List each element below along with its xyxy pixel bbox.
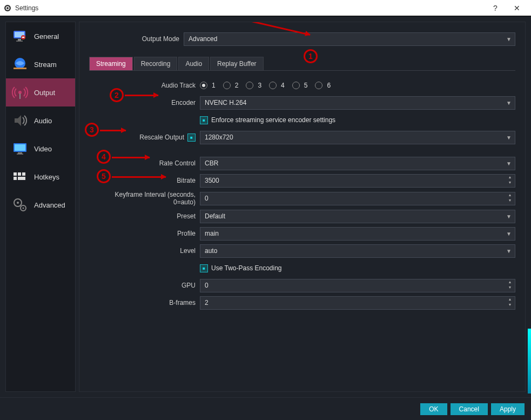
level-select[interactable]: auto▼	[200, 244, 515, 258]
bitrate-input[interactable]: 3500▲▼	[200, 174, 515, 188]
rescale-checkbox[interactable]	[187, 134, 196, 142]
gears-icon	[10, 195, 30, 215]
rate-control-select[interactable]: CBR▼	[200, 157, 515, 170]
audio-track-radios: 1 2 3 4 5 6	[200, 82, 515, 89]
antenna-icon	[10, 83, 30, 102]
svg-rect-14	[15, 144, 25, 151]
spin-up-icon[interactable]: ▲	[506, 193, 514, 199]
spin-down-icon[interactable]: ▼	[506, 181, 514, 186]
profile-select[interactable]: main▼	[200, 227, 515, 241]
audio-track-1-radio[interactable]	[200, 82, 207, 89]
sidebar-item-output[interactable]: Output	[6, 78, 75, 106]
tab-replay-buffer[interactable]: Replay Buffer	[210, 57, 264, 70]
right-edge-strip	[528, 329, 531, 394]
audio-track-2-radio[interactable]	[223, 82, 231, 89]
two-pass-checkbox[interactable]	[200, 264, 208, 272]
two-pass-label: Use Two-Pass Encoding	[211, 264, 282, 272]
gpu-input[interactable]: 0▲▼	[200, 279, 515, 292]
sidebar-item-general[interactable]: General	[6, 22, 75, 50]
sidebar-item-label: Output	[34, 89, 55, 97]
annotation-5-arrow	[112, 176, 166, 178]
apply-button[interactable]: Apply	[491, 403, 525, 415]
svg-point-2	[6, 7, 9, 9]
rescale-select[interactable]: 1280x720 ▼	[200, 131, 515, 144]
spin-down-icon[interactable]: ▼	[506, 303, 514, 309]
svg-point-23	[17, 202, 19, 204]
tab-audio[interactable]: Audio	[178, 57, 209, 70]
tab-streaming[interactable]: Streaming	[89, 57, 133, 70]
display-icon	[10, 139, 30, 158]
window-title: Settings	[15, 4, 485, 12]
sidebar-item-label: Hotkeys	[34, 173, 59, 181]
spin-down-icon[interactable]: ▼	[506, 198, 514, 204]
chevron-down-icon: ▼	[506, 214, 512, 219]
sidebar-item-stream[interactable]: Stream	[6, 50, 75, 78]
speaker-icon	[10, 111, 30, 130]
globe-icon	[10, 55, 30, 74]
chevron-down-icon: ▼	[506, 248, 512, 254]
audio-track-6-radio[interactable]	[315, 82, 322, 89]
cancel-button[interactable]: Cancel	[451, 403, 488, 415]
sidebar-item-label: Stream	[34, 61, 57, 69]
help-button[interactable]: ?	[485, 1, 506, 16]
svg-rect-6	[16, 41, 23, 42]
chevron-down-icon: ▼	[506, 231, 512, 237]
chevron-down-icon: ▼	[506, 135, 512, 141]
keyframe-input[interactable]: 0▲▼	[200, 192, 515, 205]
preset-label: Preset	[105, 212, 200, 220]
svg-point-25	[23, 208, 24, 209]
svg-rect-15	[18, 152, 22, 154]
close-button[interactable]: ✕	[506, 1, 528, 16]
rate-control-label: Rate Control	[105, 159, 200, 167]
audio-track-3-radio[interactable]	[246, 82, 253, 89]
svg-rect-18	[18, 172, 21, 176]
gpu-label: GPU	[105, 282, 200, 289]
sidebar-item-audio[interactable]: Audio	[6, 106, 75, 135]
bframes-label: B-frames	[105, 299, 200, 306]
audio-track-4-radio[interactable]	[269, 82, 277, 89]
sidebar-item-label: Advanced	[34, 201, 65, 209]
chevron-down-icon: ▼	[506, 100, 512, 106]
enforce-checkbox[interactable]	[200, 116, 208, 124]
svg-rect-20	[14, 177, 17, 180]
level-label: Level	[105, 247, 200, 255]
annotation-4-arrow	[112, 157, 150, 158]
ok-button[interactable]: OK	[420, 403, 447, 415]
sidebar-item-video[interactable]: Video	[6, 135, 75, 163]
svg-rect-17	[14, 172, 17, 176]
sidebar-item-advanced[interactable]: Advanced	[6, 191, 75, 219]
preset-select[interactable]: Default▼	[200, 210, 515, 223]
tab-recording[interactable]: Recording	[134, 57, 178, 70]
bframes-input[interactable]: 2▲▼	[200, 296, 515, 310]
sidebar: General Stream Output Audio Video Hotkey…	[5, 22, 76, 392]
monitor-icon	[10, 26, 30, 46]
profile-label: Profile	[105, 230, 200, 237]
chevron-down-icon: ▼	[506, 36, 512, 42]
svg-rect-21	[18, 177, 25, 180]
svg-rect-19	[22, 172, 25, 176]
svg-rect-10	[14, 68, 26, 69]
svg-rect-8	[22, 37, 24, 38]
svg-rect-5	[18, 39, 21, 41]
content-area: Output Mode Advanced ▼ Streaming Recordi…	[79, 22, 526, 392]
sidebar-item-hotkeys[interactable]: Hotkeys	[6, 163, 75, 191]
sidebar-item-label: Video	[34, 145, 52, 153]
spin-down-icon[interactable]: ▼	[506, 285, 514, 291]
rescale-label: Rescale Output	[139, 134, 184, 141]
sidebar-item-label: General	[34, 32, 59, 41]
titlebar: Settings ? ✕	[0, 0, 531, 16]
audio-track-label: Audio Track	[105, 82, 200, 89]
keyboard-icon	[10, 167, 30, 186]
output-mode-select[interactable]: Advanced ▼	[184, 32, 515, 46]
dialog-footer: OK Cancel Apply	[0, 397, 531, 420]
app-icon	[3, 4, 12, 12]
bitrate-label: Bitrate	[105, 177, 200, 184]
spin-up-icon[interactable]: ▲	[506, 280, 514, 286]
audio-track-5-radio[interactable]	[292, 82, 300, 89]
encoder-select[interactable]: NVENC H.264 ▼	[200, 96, 515, 110]
annotation-3-arrow	[100, 130, 126, 131]
spin-up-icon[interactable]: ▲	[506, 297, 514, 303]
keyframe-label: Keyframe Interval (seconds, 0=auto)	[105, 191, 200, 206]
spin-up-icon[interactable]: ▲	[506, 175, 514, 181]
output-mode-label: Output Mode	[89, 35, 184, 43]
